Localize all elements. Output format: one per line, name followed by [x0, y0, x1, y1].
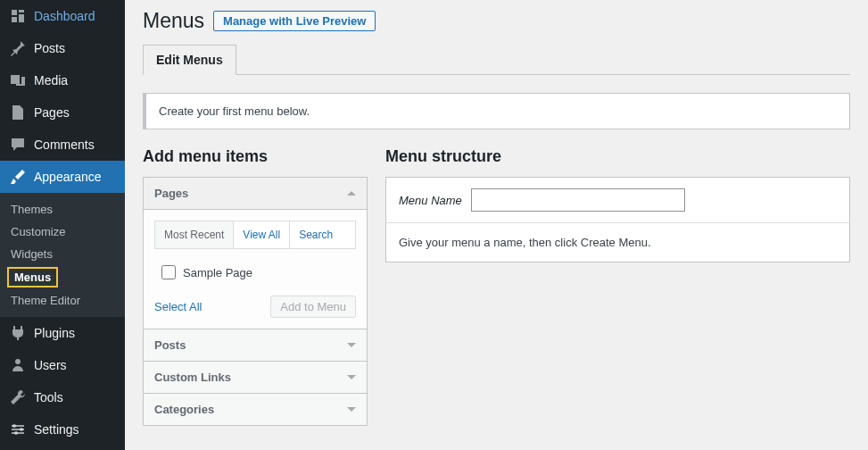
tab-view-all[interactable]: View All [234, 221, 290, 248]
sidebar-label: Plugins [34, 326, 116, 340]
accordion-label: Posts [154, 338, 186, 352]
menu-name-label: Menu Name [399, 194, 462, 207]
chevron-up-icon [347, 191, 356, 196]
sidebar-item-posts[interactable]: Posts [0, 32, 125, 64]
accordion-toggle-custom-links[interactable]: Custom Links [144, 362, 367, 393]
tab-search[interactable]: Search [290, 221, 342, 248]
dashboard-icon [9, 7, 27, 25]
pages-filter-tabs: Most Recent View All Search [154, 221, 356, 249]
svg-point-0 [15, 359, 21, 364]
submenu-customize[interactable]: Customize [0, 221, 125, 243]
accordion-pages: Pages Most Recent View All Search Sample… [143, 177, 368, 329]
page-title: Menus [143, 9, 204, 33]
svg-point-3 [14, 431, 18, 435]
pin-icon [9, 39, 27, 57]
sidebar-item-users[interactable]: Users [0, 349, 125, 381]
menu-instruction: Give your menu a name, then click Create… [399, 236, 837, 249]
sliders-icon [9, 421, 27, 438]
page-item-row[interactable]: Sample Page [154, 260, 356, 285]
accordion-body-pages: Most Recent View All Search Sample Page … [144, 209, 367, 329]
select-all-link[interactable]: Select All [154, 300, 202, 313]
wrench-icon [9, 388, 27, 406]
submenu-theme-editor[interactable]: Theme Editor [0, 289, 125, 312]
sidebar-item-settings[interactable]: Settings [0, 413, 125, 446]
accordion-posts: Posts [143, 329, 368, 362]
submenu-themes[interactable]: Themes [0, 198, 125, 221]
svg-point-1 [12, 424, 16, 428]
menu-name-input[interactable] [471, 188, 685, 212]
appearance-submenu: Themes Customize Widgets Menus Theme Edi… [0, 193, 125, 317]
accordion-toggle-categories[interactable]: Categories [144, 394, 367, 425]
accordion-custom-links: Custom Links [143, 361, 368, 394]
add-to-menu-button[interactable]: Add to Menu [270, 296, 356, 318]
sidebar-item-dashboard[interactable]: Dashboard [0, 0, 125, 32]
nav-tabs: Edit Menus [143, 44, 850, 75]
accordion-toggle-pages[interactable]: Pages [144, 178, 367, 209]
sidebar-label: Media [34, 73, 116, 88]
chevron-down-icon [347, 343, 356, 347]
menu-panel-body: Give your menu a name, then click Create… [386, 223, 849, 262]
structure-title: Menu structure [385, 147, 850, 166]
sidebar-label: Dashboard [34, 9, 116, 23]
sidebar-item-tools[interactable]: Tools [0, 381, 125, 413]
chevron-down-icon [347, 407, 356, 412]
page-item-label: Sample Page [183, 266, 252, 279]
sidebar-label: Users [34, 358, 116, 372]
accordion-toggle-posts[interactable]: Posts [144, 329, 367, 361]
add-items-title: Add menu items [143, 147, 368, 166]
notice-text: Create your first menu below. [159, 104, 310, 118]
info-notice: Create your first menu below. [143, 93, 850, 129]
accordion-label: Custom Links [154, 371, 231, 384]
menu-structure-column: Menu structure Menu Name Give your menu … [385, 147, 850, 425]
live-preview-button[interactable]: Manage with Live Preview [213, 11, 376, 31]
tab-most-recent[interactable]: Most Recent [155, 221, 234, 248]
main-content: Menus Manage with Live Preview Edit Menu… [125, 0, 868, 450]
menu-panel: Menu Name Give your menu a name, then cl… [385, 177, 850, 262]
users-icon [9, 356, 27, 374]
sidebar-label: Settings [34, 422, 116, 437]
sidebar-label: Comments [34, 138, 116, 152]
sidebar-label: Posts [34, 41, 116, 55]
page-checkbox[interactable] [161, 265, 176, 279]
tab-edit-menus[interactable]: Edit Menus [143, 45, 236, 75]
sidebar-item-media[interactable]: Media [0, 64, 125, 96]
chevron-down-icon [347, 375, 356, 379]
collapse-menu-button[interactable]: Collapse menu [0, 446, 125, 450]
sidebar-item-plugins[interactable]: Plugins [0, 317, 125, 349]
submenu-menus[interactable]: Menus [7, 267, 58, 288]
pages-icon [9, 104, 27, 121]
admin-sidebar: Dashboard Posts Media Pages Comments App… [0, 0, 125, 450]
accordion-label: Pages [154, 187, 188, 200]
sidebar-label: Appearance [34, 170, 116, 184]
brush-icon [9, 168, 27, 186]
accordion-label: Categories [154, 403, 214, 416]
plug-icon [9, 324, 27, 342]
menu-panel-header: Menu Name [386, 178, 849, 223]
sidebar-label: Pages [34, 105, 116, 120]
sidebar-item-pages[interactable]: Pages [0, 96, 125, 129]
sidebar-label: Tools [34, 390, 116, 404]
accordion-categories: Categories [143, 393, 368, 426]
sidebar-item-comments[interactable]: Comments [0, 129, 125, 161]
add-menu-items-column: Add menu items Pages Most Recent View Al… [143, 147, 368, 425]
page-header: Menus Manage with Live Preview [143, 9, 850, 33]
svg-point-2 [20, 428, 23, 431]
comment-icon [9, 136, 27, 154]
sidebar-item-appearance[interactable]: Appearance [0, 161, 125, 193]
media-icon [9, 71, 27, 89]
submenu-widgets[interactable]: Widgets [0, 243, 125, 265]
